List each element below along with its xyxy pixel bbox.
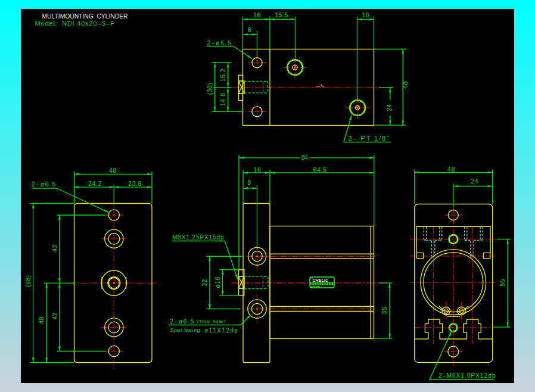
svg-text:2–ø6.5: 2–ø6.5 — [207, 40, 232, 46]
svg-text:48: 48 — [447, 166, 455, 173]
svg-text:ø16: ø16 — [214, 276, 221, 288]
svg-text:15.5: 15.5 — [275, 11, 288, 18]
svg-text:49: 49 — [38, 316, 45, 324]
svg-text:(30): (30) — [206, 83, 213, 95]
svg-text:64.5: 64.5 — [313, 166, 326, 173]
svg-text:MULTIMOUNTING CYLINDER: MULTIMOUNTING CYLINDER — [42, 13, 128, 20]
svg-text:23.8: 23.8 — [128, 180, 142, 187]
svg-text:48: 48 — [109, 167, 117, 174]
svg-text:14 8: 14 8 — [219, 93, 226, 106]
svg-text:?Thru–hole?: ?Thru–hole? — [196, 319, 226, 324]
svg-text:2–M6X1.0PX12dp: 2–M6X1.0PX12dp — [438, 372, 496, 379]
svg-text:55: 55 — [499, 279, 506, 287]
svg-text:35: 35 — [381, 307, 388, 315]
svg-text:Spot facing: Spot facing — [170, 327, 200, 333]
svg-text:10: 10 — [362, 11, 369, 18]
svg-text:Model: NDI 40x20–S–F: Model: NDI 40x20–S–F — [35, 20, 115, 27]
svg-text:8: 8 — [247, 179, 251, 186]
svg-text:15.2: 15.2 — [219, 69, 226, 82]
svg-text:M8X1.25PX15dp: M8X1.25PX15dp — [172, 234, 224, 241]
svg-text:(98): (98) — [24, 275, 32, 287]
svg-text:24.2: 24.2 — [88, 180, 102, 187]
svg-text:8: 8 — [248, 26, 252, 33]
svg-text:42: 42 — [51, 312, 58, 320]
svg-text:84: 84 — [301, 154, 309, 161]
svg-text:16: 16 — [253, 11, 261, 18]
svg-text:ø11X12dp: ø11X12dp — [204, 327, 238, 334]
svg-text:CHELIC: CHELIC — [313, 278, 329, 282]
svg-text:24: 24 — [471, 178, 478, 185]
svg-text:24: 24 — [385, 104, 393, 111]
svg-text:42: 42 — [51, 244, 58, 252]
svg-text:48: 48 — [402, 81, 409, 89]
svg-text:16: 16 — [253, 166, 261, 173]
svg-text:2– PT 1/8”: 2– PT 1/8” — [349, 135, 390, 142]
svg-text:2–ø6.5: 2–ø6.5 — [170, 318, 195, 325]
svg-text:32: 32 — [201, 279, 208, 287]
svg-text:2–ø6.5: 2–ø6.5 — [32, 181, 57, 188]
